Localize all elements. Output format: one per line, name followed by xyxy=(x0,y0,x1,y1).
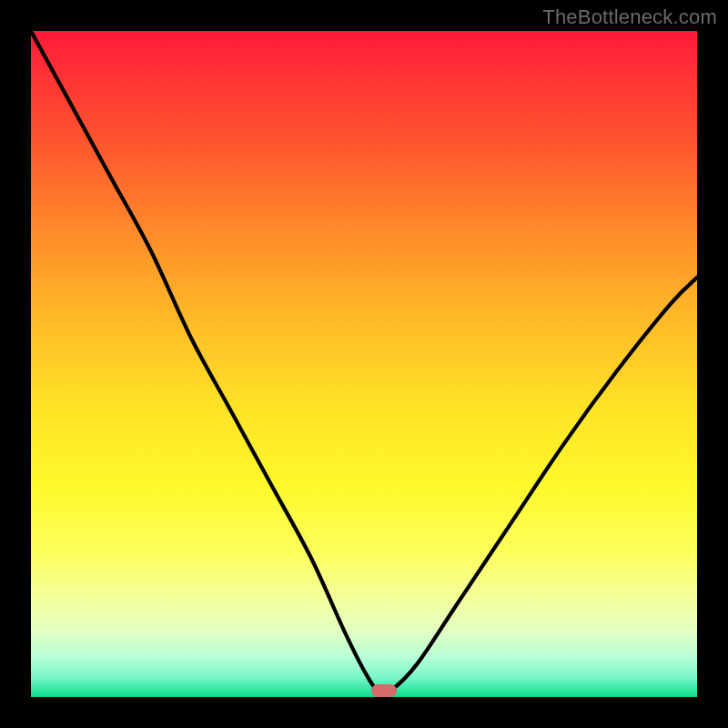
bottleneck-minimum-marker xyxy=(371,684,397,697)
chart-frame: TheBottleneck.com xyxy=(0,0,728,728)
watermark-text: TheBottleneck.com xyxy=(542,5,717,29)
plot-area xyxy=(31,31,697,697)
bottleneck-curve xyxy=(31,31,697,697)
